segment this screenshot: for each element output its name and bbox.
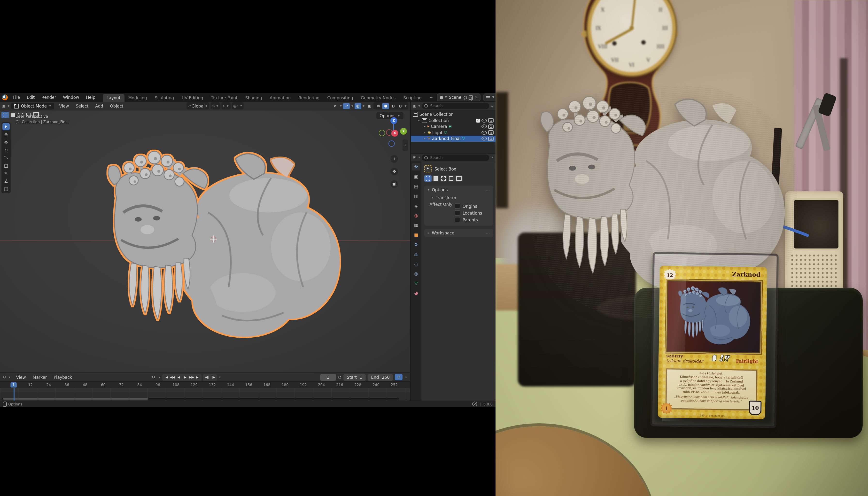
menu-item[interactable]: Window — [60, 94, 82, 101]
tool-cursor[interactable]: ⊕ — [2, 131, 10, 138]
outliner-search-input[interactable] — [429, 103, 487, 108]
frame-end-field[interactable]: End 250 — [368, 374, 393, 381]
shading-wireframe-button[interactable]: ⊕ — [375, 103, 382, 109]
outliner-row-camera[interactable]: ▸ ▸ Camera ▣ — [411, 124, 496, 129]
transform-subpanel-header[interactable]: ▾ Transform — [431, 195, 490, 200]
current-frame-field[interactable]: 1 — [320, 374, 336, 381]
workspace-tab[interactable]: Animation — [266, 94, 295, 102]
checkbox[interactable] — [455, 217, 460, 222]
frame-forward-button[interactable]: |▶ — [210, 374, 216, 380]
gizmo-neg-z-axis[interactable] — [388, 140, 395, 147]
mode-selector[interactable]: Object Mode ▾ — [11, 103, 54, 109]
blender-logo-icon[interactable] — [2, 94, 8, 100]
xray-toggle[interactable]: ▣ — [366, 103, 373, 109]
gizmo-neg-y-axis[interactable] — [379, 130, 385, 136]
menu-item[interactable]: Help — [82, 94, 99, 101]
auto-keying-record-icon[interactable]: ⊙ — [150, 374, 157, 380]
chevron-down-icon[interactable]: ▾ — [158, 375, 161, 379]
timeline-tracks[interactable] — [0, 388, 410, 401]
tab-object[interactable]: ■ — [412, 231, 420, 238]
chevron-down-icon[interactable]: ▾ — [418, 104, 420, 108]
workspace-tab[interactable]: Texture Paint — [207, 94, 242, 102]
tab-material[interactable]: ◕ — [412, 289, 420, 296]
gizmo-z-axis[interactable]: Z — [390, 117, 397, 124]
eye-icon[interactable] — [481, 137, 487, 141]
camera-toggle-icon[interactable] — [488, 119, 494, 123]
chevron-down-icon[interactable]: ▾ — [418, 155, 420, 159]
timeline-menu-item[interactable]: Playback — [50, 374, 76, 381]
add-workspace-button[interactable]: + — [427, 94, 436, 101]
workspace-tab[interactable]: Modeling — [124, 94, 151, 102]
tab-data[interactable]: ▽ — [412, 279, 420, 287]
properties-search-input[interactable] — [429, 155, 487, 160]
copy-icon[interactable] — [469, 95, 472, 99]
chevron-down-icon[interactable]: ▾ — [7, 104, 10, 108]
tool-transform[interactable]: ◱ — [2, 162, 10, 169]
tool-scale[interactable]: ⤡ — [2, 154, 10, 161]
timeline-editor-icon[interactable]: ⊙ — [3, 375, 6, 379]
select-mode-invert[interactable] — [448, 175, 455, 182]
workspace-tab[interactable]: UV Editing — [178, 94, 207, 102]
expand-icon[interactable]: ▾ — [418, 119, 420, 123]
outliner-search[interactable] — [422, 103, 489, 109]
workspace-panel-header[interactable]: ▸ Workspace ···· — [427, 231, 490, 235]
outliner-row-collection[interactable]: ▾ Collection ✓ — [411, 118, 496, 124]
tab-particles[interactable]: ⁂ — [412, 250, 420, 258]
workspace-tab[interactable]: Geometry Nodes — [357, 94, 399, 102]
filter-icon[interactable]: ▽ — [491, 104, 494, 108]
playhead[interactable]: 1 — [11, 382, 17, 388]
camera-toggle-icon[interactable] — [488, 137, 494, 141]
grip-icon[interactable]: ···· — [485, 188, 490, 191]
workspace-tab[interactable]: Shading — [242, 94, 266, 102]
frame-range-fields[interactable]: Start 1 — [343, 374, 366, 381]
workspace-tab[interactable]: Layout — [103, 94, 124, 102]
chevron-down-icon[interactable]: ▾ — [445, 95, 447, 99]
eye-icon[interactable] — [481, 119, 487, 123]
tab-output[interactable]: ▤ — [412, 183, 420, 190]
chevron-down-icon[interactable]: ▾ — [218, 375, 221, 379]
eye-icon[interactable] — [481, 125, 487, 129]
camera-toggle-icon[interactable] — [488, 130, 494, 135]
checkbox-row[interactable]: Origins — [455, 203, 482, 209]
tab-scene[interactable]: ◈ — [412, 202, 420, 209]
tool-annotate[interactable]: ✎ — [2, 170, 10, 177]
pin-icon[interactable] — [463, 96, 467, 99]
timeline-menu-item[interactable]: View — [13, 374, 29, 381]
show-only-selected-toggle[interactable]: ➤ — [332, 103, 339, 109]
shading-rendered-button[interactable]: ◐ — [397, 103, 404, 109]
viewport-3d[interactable]: User Perspective (1) Collection | Zarkno… — [0, 110, 410, 372]
outliner-display-mode-icon[interactable]: ▣ — [413, 104, 416, 108]
select-mode-extend[interactable] — [432, 175, 439, 182]
properties-search[interactable] — [422, 154, 490, 160]
orientation-selector[interactable]: ↗ Global ▾ — [186, 102, 209, 109]
gizmo-y-axis[interactable]: Y — [400, 128, 407, 135]
workspace-tab[interactable]: Scripting — [399, 94, 425, 102]
viewport-menu-item[interactable]: Object — [107, 103, 127, 109]
frame-back-button[interactable]: ◀| — [204, 374, 210, 380]
checkbox-icon[interactable]: ✓ — [476, 119, 480, 123]
chevron-down-icon[interactable]: ▾ — [8, 375, 11, 379]
pan-hand-button[interactable]: ✥ — [390, 168, 398, 175]
gizmo-x-axis[interactable]: X — [391, 130, 398, 137]
chevron-down-icon[interactable]: ▾ — [492, 95, 494, 99]
chevron-down-icon[interactable]: ▾ — [491, 155, 494, 159]
menu-item[interactable]: Edit — [23, 94, 38, 101]
camera-toggle-icon[interactable] — [488, 124, 494, 129]
shading-solid-button[interactable]: ● — [383, 103, 389, 109]
chevron-down-icon[interactable]: ▾ — [405, 375, 407, 379]
zoom-button[interactable]: + — [390, 155, 398, 163]
select-mode-subtract[interactable] — [440, 175, 447, 182]
auto-key-button[interactable]: ⊙ — [395, 374, 403, 380]
zarknod-model[interactable] — [99, 140, 351, 363]
select-mode-new[interactable] — [1, 112, 9, 118]
viewport-menu-item[interactable]: Select — [73, 103, 92, 109]
tab-world[interactable]: ◍ — [412, 212, 420, 219]
checkbox[interactable] — [455, 203, 460, 209]
outliner-row-scene-collection[interactable]: Scene Collection — [411, 111, 496, 118]
chevron-down-icon[interactable]: ▾ — [340, 104, 342, 108]
chevron-down-icon[interactable]: ▾ — [362, 104, 365, 108]
outliner-row-zarknod[interactable]: ▸ ▽ Zarknod_Final ▽ — [411, 136, 496, 142]
tool-select-box[interactable]: ➤ — [2, 123, 10, 130]
jump-to-end-button[interactable]: ▶| — [195, 374, 201, 380]
overlays-toggle[interactable]: ◍ — [355, 103, 361, 109]
